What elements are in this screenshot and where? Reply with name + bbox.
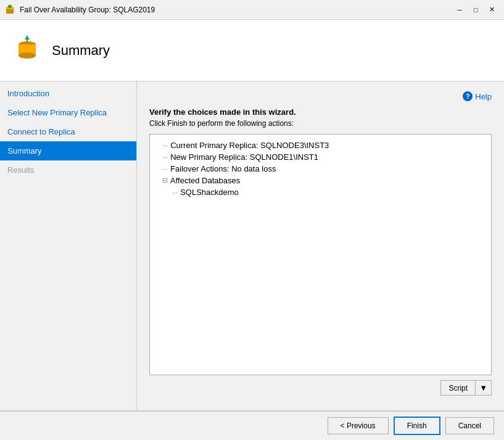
- summary-tree: ··· Current Primary Replica: SQLNODE3\IN…: [149, 134, 492, 375]
- tree-connector-1: ···: [162, 154, 168, 161]
- tree-label-1: New Primary Replica: SQLNODE1\INST1: [170, 152, 318, 162]
- tree-label-2: Failover Actions: No data loss: [170, 164, 276, 173]
- script-dropdown-button[interactable]: ▼: [476, 380, 492, 396]
- app-icon: [5, 5, 15, 15]
- sidebar-item-results: Results: [0, 160, 136, 180]
- cancel-button[interactable]: Cancel: [445, 417, 494, 434]
- wizard-title: Summary: [52, 43, 110, 59]
- sidebar-item-connect-replica[interactable]: Connect to Replica: [0, 122, 136, 141]
- svg-point-5: [19, 52, 36, 59]
- previous-button[interactable]: < Previous: [328, 417, 389, 434]
- tree-connector-4: ···: [172, 189, 178, 196]
- titlebar: Fail Over Availability Group: SQLAG2019 …: [0, 0, 504, 20]
- help-icon: ?: [463, 91, 473, 101]
- tree-item-sqlshackdemo: ··· SQLShackdemo: [155, 186, 486, 198]
- tree-item-current-primary: ··· Current Primary Replica: SQLNODE3\IN…: [155, 139, 486, 151]
- tree-item-failover-actions: ··· Failover Actions: No data loss: [155, 163, 486, 175]
- minimize-button[interactable]: ─: [452, 2, 467, 17]
- tree-item-affected-databases[interactable]: ⊟ Affected Databases: [155, 175, 486, 186]
- verify-subtitle: Click Finish to perform the following ac…: [149, 119, 492, 128]
- window-controls: ─ □ ✕: [452, 2, 499, 17]
- wizard-icon: [12, 36, 42, 65]
- help-link[interactable]: ? Help: [463, 91, 492, 101]
- help-label: Help: [475, 92, 492, 101]
- close-button[interactable]: ✕: [484, 2, 499, 17]
- tree-label-0: Current Primary Replica: SQLNODE3\INST3: [170, 141, 329, 150]
- sidebar: Introduction Select New Primary Replica …: [0, 81, 137, 410]
- wizard-header: Summary: [0, 20, 504, 81]
- sidebar-item-introduction[interactable]: Introduction: [0, 84, 136, 103]
- svg-rect-0: [6, 9, 14, 14]
- verify-title: Verify the choices made in this wizard.: [149, 107, 492, 117]
- script-button[interactable]: Script: [440, 380, 476, 396]
- expand-icon-databases[interactable]: ⊟: [162, 176, 168, 185]
- footer: < Previous Finish Cancel: [0, 410, 504, 440]
- content-header: ? Help: [149, 91, 492, 101]
- window-title: Fail Over Availability Group: SQLAG2019: [20, 6, 452, 14]
- dropdown-arrow-icon: ▼: [479, 383, 487, 392]
- content-area: ? Help Verify the choices made in this w…: [137, 81, 504, 410]
- tree-label-3: Affected Databases: [170, 176, 240, 185]
- tree-item-new-primary: ··· New Primary Replica: SQLNODE1\INST1: [155, 151, 486, 163]
- tree-label-4: SQLShackdemo: [180, 188, 239, 197]
- sidebar-item-select-replica[interactable]: Select New Primary Replica: [0, 103, 136, 122]
- finish-button[interactable]: Finish: [394, 417, 440, 435]
- sidebar-item-summary[interactable]: Summary: [0, 141, 136, 160]
- script-row: Script ▼: [149, 375, 492, 401]
- maximize-button[interactable]: □: [468, 2, 483, 17]
- tree-connector-0: ···: [162, 142, 168, 149]
- tree-connector-2: ···: [162, 165, 168, 173]
- main-area: Introduction Select New Primary Replica …: [0, 81, 504, 410]
